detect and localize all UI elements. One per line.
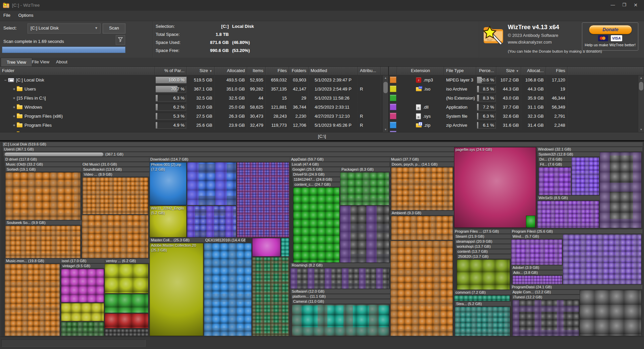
treemap-mosaic[interactable] bbox=[293, 187, 339, 263]
treemap-mosaic[interactable] bbox=[572, 157, 599, 195]
column-header[interactable]: Allocated bbox=[215, 67, 247, 75]
treemap-label[interactable]: content_c... (24.7 GB) bbox=[293, 182, 341, 187]
treemap-label[interactable]: 118412447... (24.8 GB) bbox=[292, 177, 341, 182]
treemap-label[interactable]: Video ... (8.9 GB) bbox=[83, 172, 150, 177]
treemap-label[interactable]: [C:] Local Disk (519.6 GB) bbox=[2, 142, 643, 147]
treemap-label[interactable]: isos\ (17.0 GB) bbox=[60, 259, 105, 263]
treemap-label[interactable]: Program Files ... (27.5 GB) bbox=[453, 229, 511, 234]
column-header[interactable]: Size▼ bbox=[187, 67, 215, 75]
treemap-label[interactable]: Master.Coll... (25.3 GB) bbox=[150, 238, 205, 242]
scroll-down-icon[interactable]: ▼ bbox=[638, 127, 644, 132]
maximize-button[interactable]: ❐ bbox=[619, 0, 630, 10]
treemap-mosaic[interactable] bbox=[563, 234, 641, 284]
scroll-down-icon[interactable]: ▼ bbox=[383, 127, 388, 132]
expander-icon[interactable]: + bbox=[11, 87, 17, 92]
folder-name-cell[interactable]: +[15 Files in C:\] bbox=[0, 94, 155, 103]
treemap-block[interactable] bbox=[526, 216, 535, 228]
treemap-label[interactable]: Sorted\ (19.1 GB) bbox=[5, 167, 82, 172]
folder-row[interactable]: +Users70.7 %367.1 GB351.0 GB99,282357,13… bbox=[0, 84, 388, 94]
close-button[interactable]: ✕ bbox=[630, 0, 641, 10]
donate-button[interactable]: Donate bbox=[589, 25, 632, 34]
treemap-mosaic[interactable] bbox=[187, 206, 236, 237]
minimize-button[interactable]: — bbox=[607, 0, 619, 10]
treemap-mosaic[interactable] bbox=[61, 269, 104, 302]
treemap-label[interactable]: Fil... (7.6 GB) bbox=[539, 162, 572, 167]
treemap-mosaic[interactable] bbox=[105, 294, 148, 313]
treemap-label[interactable]: AppData\ (59.7 GB) bbox=[290, 157, 390, 162]
folder-row[interactable]: +Program Files (x86)5.3 %27.5 GB26.3 GB3… bbox=[0, 112, 388, 121]
treemap-label[interactable]: Local\ (47.4 GB) bbox=[290, 162, 390, 167]
column-header[interactable]: Perce... bbox=[476, 67, 496, 75]
treemap-label[interactable]: Program Files\ (25.6 GB) bbox=[511, 229, 643, 234]
extension-table-scrollbar[interactable]: ▲ ▼ bbox=[638, 75, 644, 132]
treemap-mosaic[interactable] bbox=[513, 276, 562, 284]
extension-row[interactable]: .zipzip Archive6.1 %31.6 GB31.4 GB2,248 bbox=[389, 121, 644, 130]
column-header[interactable]: Files bbox=[266, 67, 289, 75]
column-header[interactable]: Attribu... bbox=[358, 67, 381, 75]
treemap-label[interactable]: Wind... (5.7 GB) bbox=[511, 234, 564, 239]
column-header[interactable]: Folders bbox=[289, 67, 309, 75]
treemap-label[interactable]: (367.1 GB) bbox=[3, 152, 455, 157]
treemap-mosaic[interactable] bbox=[580, 290, 641, 336]
treemap-mosaic[interactable] bbox=[105, 329, 148, 336]
column-header[interactable]: Size▼ bbox=[496, 67, 521, 75]
filter-button[interactable] bbox=[116, 35, 125, 45]
treemap-label[interactable]: Ado... (3.8 GB) bbox=[512, 271, 564, 275]
column-header[interactable]: Files bbox=[546, 67, 568, 75]
treemap-mosaic[interactable] bbox=[391, 167, 453, 210]
treemap-mosaic[interactable] bbox=[600, 152, 641, 228]
treemap-label[interactable]: Apple Com... (12.2 GB) bbox=[511, 290, 580, 294]
treemap-label[interactable]: Old Music\ (31.0 GB) bbox=[81, 162, 150, 167]
treemap-label[interactable]: Music-mon... (19.8 GB) bbox=[5, 259, 61, 263]
treemap-label[interactable]: Adobe\ (3.9 GB) bbox=[511, 266, 564, 270]
extension-row[interactable]: .sysSystem file6.3 %32.6 GB32.3 GB2,791 bbox=[389, 112, 644, 121]
treemap-label[interactable]: 250820\ (13.7 GB) bbox=[457, 254, 511, 259]
treemap-block[interactable]: Adobe.Master.Collection.20(25.3 GB) bbox=[150, 243, 203, 336]
treemap-label[interactable]: Google\ (25.5 GB) bbox=[291, 167, 341, 172]
treemap-block[interactable] bbox=[252, 238, 280, 256]
treemap-label[interactable]: Music (Old)\ (33.2 GB) bbox=[5, 162, 82, 167]
expander-icon[interactable]: + bbox=[11, 105, 17, 110]
treemap-label[interactable]: System32\ (12.8 GB) bbox=[537, 152, 600, 157]
treemap-mosaic[interactable] bbox=[83, 177, 148, 214]
tab-about[interactable]: About bbox=[50, 58, 74, 66]
extension-row[interactable]: ♪.mp3MPEG layer 320.6 %107.2 GB106.8 GB1… bbox=[389, 75, 644, 84]
drive-select-dropdown[interactable]: [C:] Local Disk ▼ bbox=[28, 23, 101, 34]
scroll-thumb[interactable] bbox=[383, 82, 388, 93]
column-header[interactable]: Extension bbox=[397, 67, 444, 75]
treemap-label[interactable]: WinSxS\ (8.5 GB) bbox=[537, 196, 600, 200]
column-header[interactable]: Items bbox=[247, 67, 266, 75]
scroll-up-icon[interactable]: ▲ bbox=[638, 75, 644, 81]
treemap-label[interactable]: Dri... (7.6 GB) bbox=[538, 157, 572, 162]
folder-row[interactable]: +[15 Files in C:\]6.3 %32.5 GB32.5 GB441… bbox=[0, 94, 388, 103]
treemap-label[interactable]: Soundtracks\ (13.5 GB) bbox=[82, 167, 150, 172]
treemap-label[interactable]: D drive\ (117.8 GB) bbox=[4, 157, 150, 162]
treemap-mosaic[interactable] bbox=[454, 295, 510, 301]
treemap-mosaic[interactable] bbox=[252, 257, 289, 336]
expander-icon[interactable]: − bbox=[3, 78, 8, 82]
folder-row[interactable]: −[C:] Local Disk100.0 %519.5 GB493.5 GB5… bbox=[0, 75, 388, 84]
treemap-mosaic[interactable] bbox=[340, 206, 389, 263]
column-header[interactable]: Allocat... bbox=[521, 67, 546, 75]
treemap-label[interactable]: vintage\ (9.5 GB) bbox=[61, 264, 105, 268]
treemap-block[interactable]: Photos-001 (2).zip(7.2 GB) bbox=[150, 162, 186, 205]
treemap-label[interactable]: Steam\ (21.9 GB) bbox=[454, 234, 511, 239]
treemap-mosaic[interactable] bbox=[61, 322, 104, 336]
treemap-mosaic[interactable] bbox=[187, 162, 236, 205]
treemap-label[interactable]: QEX19812016\ (14.4 GB) bbox=[204, 238, 246, 242]
treemap-label[interactable]: ProgramData\ (24.1 GB) bbox=[511, 285, 643, 289]
treemap-mosaic[interactable] bbox=[537, 201, 599, 228]
folder-table-scrollbar[interactable]: ▲ ▼ bbox=[382, 75, 388, 132]
folder-row[interactable]: +Windows6.2 %32.0 GB25.0 GB58,625121,881… bbox=[0, 103, 388, 112]
treemap-mosaic[interactable] bbox=[5, 172, 80, 220]
folder-name-cell[interactable]: +Users bbox=[0, 84, 155, 94]
treemap-label[interactable]: Soulseek So... (9.9 GB) bbox=[5, 221, 82, 225]
treemap-label[interactable]: content\ (13.7 GB) bbox=[456, 249, 511, 254]
menu-options[interactable]: Options bbox=[15, 11, 37, 20]
treemap-label[interactable]: platform... (11.1 GB) bbox=[291, 294, 390, 299]
folder-name-cell[interactable]: −[C:] Local Disk bbox=[0, 75, 155, 84]
treemap-label[interactable]: iTunes\ (12.2 GB) bbox=[512, 295, 580, 299]
column-header[interactable]: File Type bbox=[444, 67, 476, 75]
treemap-label[interactable]: Downloads\ (114.7 GB) bbox=[149, 157, 290, 162]
treemap-mosaic[interactable] bbox=[105, 313, 148, 328]
